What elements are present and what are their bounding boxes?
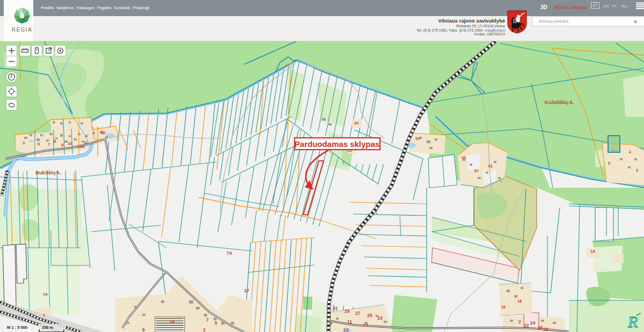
svg-text:13: 13 bbox=[343, 327, 349, 332]
svg-text:R: R bbox=[627, 313, 638, 330]
svg-text:9: 9 bbox=[142, 327, 145, 332]
svg-text:11: 11 bbox=[347, 319, 352, 324]
svg-text:24: 24 bbox=[354, 121, 358, 125]
svg-text:1A: 1A bbox=[590, 249, 595, 254]
svg-text:3: 3 bbox=[23, 141, 25, 145]
svg-text:3: 3 bbox=[203, 327, 206, 332]
svg-text:29: 29 bbox=[345, 308, 350, 314]
svg-text:31: 31 bbox=[333, 306, 338, 311]
svg-text:100 m: 100 m bbox=[42, 325, 54, 330]
svg-text:Kuželiškių k.: Kuželiškių k. bbox=[545, 100, 574, 105]
svg-text:4: 4 bbox=[629, 150, 631, 154]
svg-text:5: 5 bbox=[215, 320, 217, 326]
svg-text:12: 12 bbox=[101, 130, 105, 135]
svg-text:27: 27 bbox=[355, 311, 361, 316]
svg-text:26: 26 bbox=[538, 325, 543, 330]
svg-text:1A: 1A bbox=[43, 292, 48, 297]
svg-text:24: 24 bbox=[530, 320, 536, 326]
svg-text:9: 9 bbox=[330, 321, 332, 326]
svg-text:25: 25 bbox=[367, 313, 372, 318]
svg-text:Bukiškių k.: Bukiškių k. bbox=[35, 170, 61, 175]
svg-text:57: 57 bbox=[474, 168, 479, 173]
svg-text:REGIA: REGIA bbox=[12, 27, 33, 33]
svg-text:8: 8 bbox=[54, 139, 56, 144]
svg-text:2: 2 bbox=[518, 319, 521, 324]
svg-text:2A: 2A bbox=[170, 319, 175, 324]
svg-text:9: 9 bbox=[61, 143, 63, 147]
svg-text:22: 22 bbox=[524, 323, 529, 328]
svg-text:11: 11 bbox=[84, 140, 88, 145]
svg-text:7: 7 bbox=[206, 317, 209, 322]
svg-text:3: 3 bbox=[636, 168, 638, 173]
svg-text:Parduodamas sklypas: Parduodamas sklypas bbox=[295, 139, 379, 149]
svg-text:1: 1 bbox=[43, 313, 45, 318]
svg-text:28: 28 bbox=[543, 327, 548, 332]
svg-text:16: 16 bbox=[501, 305, 506, 309]
svg-text:18: 18 bbox=[517, 299, 522, 304]
svg-text:7: 7 bbox=[48, 142, 50, 147]
svg-text:5: 5 bbox=[608, 161, 610, 166]
svg-text:27: 27 bbox=[244, 288, 250, 293]
svg-text:6: 6 bbox=[38, 142, 40, 146]
svg-text:10: 10 bbox=[68, 141, 72, 146]
svg-text:7A: 7A bbox=[226, 250, 232, 256]
svg-text:10A: 10A bbox=[77, 144, 85, 149]
svg-text:61: 61 bbox=[488, 164, 493, 168]
svg-text:55: 55 bbox=[462, 156, 466, 160]
